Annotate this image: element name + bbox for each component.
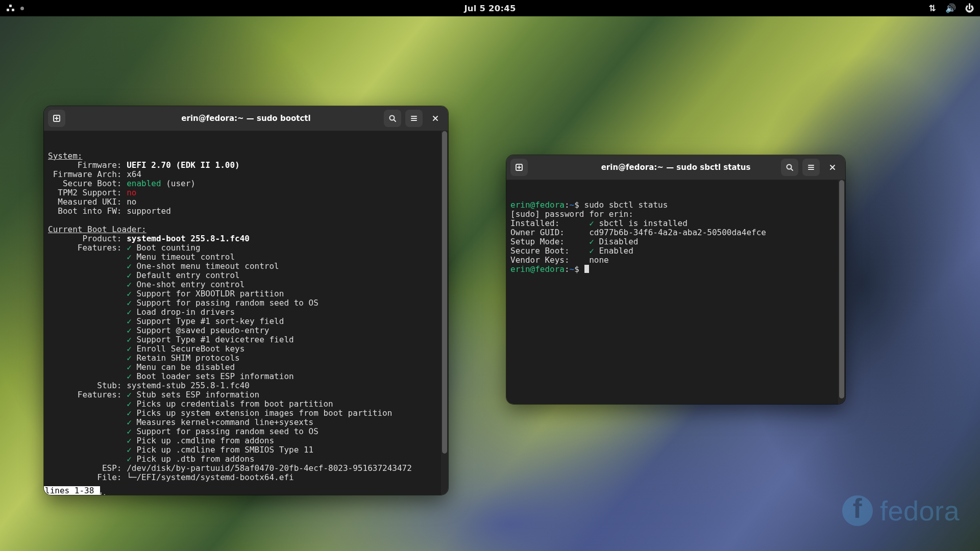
scrollbar-thumb[interactable] [442, 131, 447, 454]
titlebar[interactable]: erin@fedora:~ — sudo bootctl [44, 106, 448, 131]
fedora-wordmark: fedora [880, 495, 960, 527]
close-button[interactable] [427, 110, 444, 127]
terminal-content[interactable]: System: Firmware: UEFI 2.70 (EDK II 1.00… [44, 131, 448, 495]
new-tab-button[interactable] [48, 110, 65, 127]
volume-icon[interactable]: 🔊 [945, 4, 956, 13]
network-icon[interactable]: ⇅ [928, 4, 936, 13]
scrollbar-thumb[interactable] [839, 180, 844, 398]
titlebar[interactable]: erin@fedora:~ — sudo sbctl status [506, 155, 845, 180]
terminal-window-bootctl[interactable]: erin@fedora:~ — sudo bootctl System: Fir… [44, 106, 448, 495]
workspace-indicator[interactable] [20, 7, 24, 10]
menu-button[interactable] [802, 159, 820, 176]
clock[interactable]: Jul 5 20:45 [464, 4, 516, 13]
scrollbar[interactable] [441, 131, 448, 495]
activities-icon[interactable] [6, 4, 15, 13]
close-button[interactable] [824, 159, 841, 176]
gnome-topbar: Jul 5 20:45 ⇅ 🔊 ⏻ [0, 0, 980, 16]
terminal-window-sbctl[interactable]: erin@fedora:~ — sudo sbctl status erin@f… [506, 155, 845, 404]
scrollbar[interactable] [838, 180, 845, 404]
terminal-content[interactable]: erin@fedora:~$ sudo sbctl status[sudo] p… [506, 180, 845, 404]
pager-status: lines 1-38 [44, 486, 100, 495]
menu-button[interactable] [405, 110, 423, 127]
fedora-logo: fedora [842, 495, 960, 527]
new-tab-button[interactable] [510, 159, 528, 176]
fedora-mark-icon [842, 495, 873, 526]
power-icon[interactable]: ⏻ [965, 4, 974, 13]
search-button[interactable] [781, 159, 798, 176]
svg-point-3 [787, 165, 792, 169]
svg-point-1 [390, 116, 395, 120]
search-button[interactable] [384, 110, 401, 127]
